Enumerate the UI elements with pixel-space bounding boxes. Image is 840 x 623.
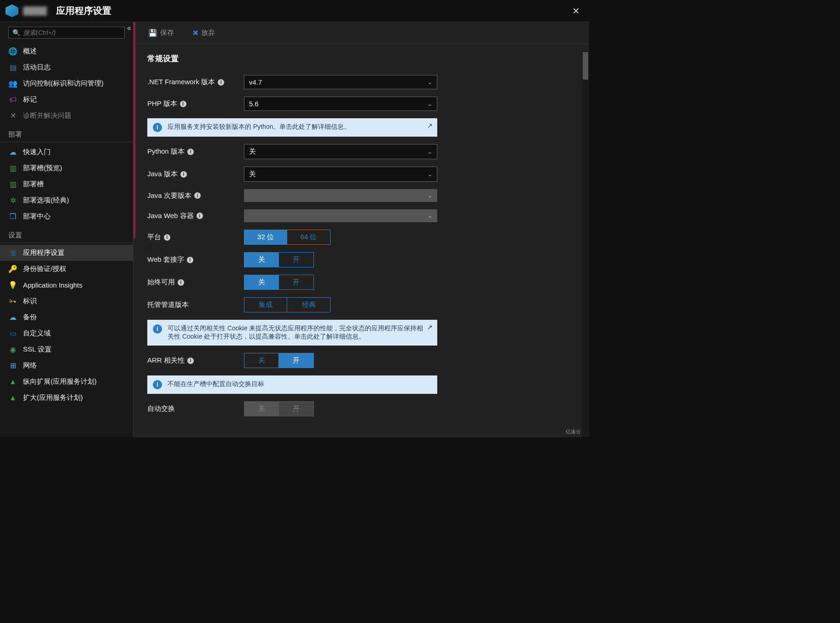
sidebar-icon: ◉ [8,345,17,354]
sidebar-icon: ☁ [8,148,17,156]
sidebar-icon: ▤ [8,63,17,72]
sidebar-deploy-1[interactable]: ▥部署槽(预览) [0,160,133,176]
info-icon: i [153,123,162,132]
sidebar-item-label: 身份验证/授权 [23,265,66,273]
search-input[interactable]: 🔍 [8,27,125,39]
ws-label: Web 套接字 [147,255,184,264]
sidebar-icon: 👥 [8,79,17,88]
sidebar-item-label: SSL 设置 [23,345,52,354]
python-label: Python 版本 [147,147,185,156]
header: 应用程序设置 ✕ [0,0,589,22]
javaweb-dropdown: ⌄ [244,209,437,222]
sidebar-top-4[interactable]: ✕诊断并解决问题 [0,108,133,124]
sidebar-top-2[interactable]: 👥访问控制(标识和访问管理) [0,75,133,92]
section-title: 常规设置 [147,53,575,64]
pipeline-integrated[interactable]: 集成 [244,297,287,312]
chevron-down-icon: ⌄ [428,171,432,178]
sidebar-settings-0[interactable]: ≣应用程序设置 [0,245,133,261]
info-icon[interactable]: i [218,79,224,86]
sidebar-icon: ⊞ [8,361,17,370]
info-text: 不能在生产槽中配置自动交换目标 [168,380,264,388]
sidebar-top-1[interactable]: ▤活动日志 [0,59,133,75]
ws-off[interactable]: 关 [244,252,279,267]
sidebar-icon: ≣ [8,248,17,257]
sidebar-icon: 🏷 [8,96,17,104]
external-link-icon[interactable]: ↗ [427,122,433,129]
python-dropdown[interactable]: 关⌄ [244,144,437,159]
platform-label: 平台 [147,233,161,242]
save-button[interactable]: 💾 保存 [143,26,180,40]
cookie-info-box[interactable]: i 可以通过关闭相关性 Cookie 来提高无状态应用程序的性能，完全状态的应用… [147,320,437,346]
info-icon[interactable]: i [164,234,170,241]
sidebar-item-label: 自定义域 [23,329,51,338]
php-dropdown[interactable]: 5.6⌄ [244,97,437,111]
sidebar-item-label: 访问控制(标识和访问管理) [23,79,104,88]
info-icon[interactable]: i [178,279,184,286]
sidebar-icon: 🔑 [8,265,17,273]
sidebar-settings-3[interactable]: 🗝标识 [0,293,133,309]
scrollbar-thumb[interactable] [583,52,588,80]
sidebar-deploy-3[interactable]: ✲部署选项(经典) [0,192,133,208]
search-field[interactable] [23,29,121,36]
sidebar-settings-7[interactable]: ⊞网络 [0,358,133,374]
info-icon[interactable]: i [180,171,187,178]
close-icon[interactable]: ✕ [568,4,584,18]
platform-toggle[interactable]: 32 位 64 位 [244,230,330,245]
info-icon[interactable]: i [197,213,203,219]
scrollbar[interactable] [582,51,589,437]
autoswap-off: 关 [244,401,279,416]
sidebar-deploy-4[interactable]: ❒部署中心 [0,208,133,225]
collapse-icon[interactable]: « [127,24,131,32]
always-off[interactable]: 关 [244,275,279,290]
pipeline-toggle[interactable]: 集成 经典 [244,297,330,312]
net-dropdown[interactable]: v4.7⌄ [244,75,437,89]
info-icon[interactable]: i [187,257,193,263]
toolbar: 💾 保存 ✖ 放弃 [133,22,589,44]
sidebar-top-0[interactable]: 🌐概述 [0,43,133,59]
platform-64[interactable]: 64 位 [287,230,330,245]
sidebar-settings-6[interactable]: ◉SSL 设置 [0,341,133,358]
sidebar-top-3[interactable]: 🏷标记 [0,92,133,108]
info-icon[interactable]: i [187,149,194,155]
sidebar-item-label: 诊断并解决问题 [23,111,71,120]
sidebar-item-label: 备份 [23,313,37,322]
sidebar: « 🔍 🌐概述▤活动日志👥访问控制(标识和访问管理)🏷标记✕诊断并解决问题 部署… [0,22,133,437]
chevron-down-icon: ⌄ [428,101,432,107]
java-dropdown[interactable]: 关⌄ [244,167,437,182]
discard-icon: ✖ [192,29,198,37]
sidebar-deploy-0[interactable]: ☁快速入门 [0,144,133,160]
chevron-down-icon: ⌄ [428,79,432,86]
arr-off[interactable]: 关 [244,353,279,368]
sidebar-item-label: 扩大(应用服务计划) [23,393,83,402]
javaweb-label: Java Web 容器 [147,212,194,220]
info-icon[interactable]: i [180,101,186,107]
info-icon[interactable]: i [194,192,201,199]
sidebar-settings-2[interactable]: 💡Application Insights [0,277,133,293]
sidebar-settings-9[interactable]: ▲扩大(应用服务计划) [0,390,133,406]
sidebar-settings-8[interactable]: ▲纵向扩展(应用服务计划) [0,374,133,390]
sidebar-deploy-2[interactable]: ▥部署槽 [0,176,133,192]
always-label: 始终可用 [147,278,175,287]
javaminor-dropdown: ⌄ [244,189,437,202]
external-link-icon[interactable]: ↗ [427,323,433,331]
always-toggle[interactable]: 关 开 [244,275,314,290]
pipeline-classic[interactable]: 经典 [287,297,330,312]
pipeline-label: 托管管道版本 [147,300,189,309]
info-icon[interactable]: i [187,358,194,364]
discard-button[interactable]: ✖ 放弃 [187,26,220,40]
sidebar-settings-5[interactable]: ▭自定义域 [0,325,133,341]
sidebar-settings-4[interactable]: ☁备份 [0,309,133,325]
arr-toggle[interactable]: 关 开 [244,353,314,368]
platform-32[interactable]: 32 位 [244,230,287,245]
sidebar-item-label: 部署槽 [23,180,44,189]
ws-toggle[interactable]: 关 开 [244,252,314,267]
ws-on[interactable]: 开 [279,252,314,267]
arr-on[interactable]: 开 [279,353,314,368]
app-name-blurred [23,6,47,16]
sidebar-settings-1[interactable]: 🔑身份验证/授权 [0,261,133,277]
python-info-box[interactable]: i 应用服务支持安装较新版本的 Python。单击此处了解详细信息。 ↗ [147,118,437,137]
logo-icon [6,5,18,17]
sidebar-icon: ▥ [8,164,17,173]
chevron-down-icon: ⌄ [428,213,432,219]
always-on[interactable]: 开 [279,275,314,290]
